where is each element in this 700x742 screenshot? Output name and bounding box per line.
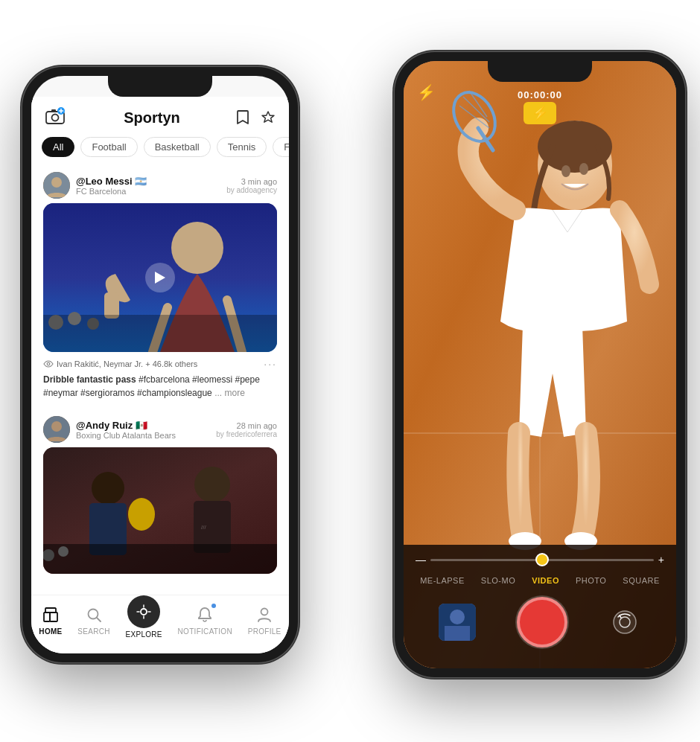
svg-text:///: ///: [201, 524, 206, 531]
username-messi: @Leo Messi 🇦🇷: [76, 176, 147, 187]
camera-bottom-controls: — + ME-LAPSE SLO-MO VIDEO PHOTO SQUARE: [404, 545, 676, 668]
bolt-badge-icon: ⚡: [532, 105, 548, 121]
svg-point-7: [51, 177, 62, 188]
center-badge: ⚡: [524, 102, 556, 124]
svg-point-9: [171, 222, 223, 274]
shutter-button[interactable]: [517, 597, 567, 647]
explore-icon-wrap: [127, 595, 160, 628]
camera-add-icon: [45, 107, 66, 125]
phone-left-screen: Sportyn All Football Basketball: [31, 76, 289, 653]
bookmark-icon[interactable]: [235, 109, 250, 126]
svg-rect-2: [51, 109, 56, 112]
svg-point-19: [92, 472, 124, 505]
post-messi: @Leo Messi 🇦🇷 FC Barcelona 3 min ago by …: [31, 164, 289, 404]
svg-point-33: [141, 609, 147, 615]
mode-photo[interactable]: PHOTO: [576, 576, 606, 585]
svg-rect-28: [44, 613, 50, 621]
more-options-messi[interactable]: ···: [264, 358, 277, 370]
home-icon-wrap: [40, 604, 61, 625]
svg-point-44: [561, 165, 570, 177]
tab-football[interactable]: Football: [80, 137, 137, 157]
camera-content: ⚡ 00:00:00 ⚡ — +: [404, 61, 676, 668]
nav-home[interactable]: HOME: [39, 604, 62, 636]
svg-point-15: [47, 362, 50, 365]
post-image-andy[interactable]: ///: [43, 447, 277, 574]
nav-label-home: HOME: [39, 627, 62, 636]
search-icon: [86, 607, 101, 622]
post-by-andy: by fredericoferrera: [216, 430, 277, 438]
post-meta-andy: 28 min ago by fredericoferrera: [216, 421, 277, 438]
post-time-messi: 3 min ago: [226, 177, 277, 186]
flip-camera-icon-wrap[interactable]: [608, 606, 641, 639]
svg-rect-55: [445, 626, 470, 641]
svg-point-21: [128, 498, 155, 531]
svg-rect-30: [45, 608, 56, 613]
bottom-nav: HOME SEARCH: [31, 595, 289, 653]
tab-basketball[interactable]: Basketball: [144, 137, 211, 157]
tab-tennis[interactable]: Tennis: [217, 137, 267, 157]
play-icon: [154, 271, 166, 284]
thumbnail-image: [439, 604, 476, 641]
nav-profile[interactable]: PROFILE: [248, 604, 281, 636]
post-user-messi: @Leo Messi 🇦🇷 FC Barcelona: [43, 172, 147, 199]
svg-point-27: [58, 546, 69, 557]
svg-point-1: [52, 115, 59, 121]
svg-point-22: [194, 467, 230, 502]
post-image-messi[interactable]: [43, 203, 277, 352]
profile-icon: [257, 607, 272, 623]
notification-icon: [197, 607, 212, 623]
club-andy: Boxing Club Atalanta Bears: [76, 431, 176, 440]
tab-all[interactable]: All: [42, 137, 74, 157]
svg-point-54: [450, 610, 465, 624]
nav-explore[interactable]: EXPLORE: [125, 601, 162, 639]
camera-controls-row: [404, 594, 676, 647]
svg-line-32: [97, 618, 101, 621]
category-tabs: All Football Basketball Tennis F1 A: [31, 134, 289, 164]
nav-label-search: SEARCH: [77, 627, 109, 636]
username-andy: @Andy Ruiz 🇲🇽: [76, 420, 176, 431]
mode-video[interactable]: VIDEO: [532, 576, 559, 585]
post-caption-messi: Dribble fantastic pass #fcbarcelona #leo…: [43, 373, 277, 400]
slider-minus: —: [416, 554, 426, 566]
nav-label-notification: NOTIFICATION: [178, 627, 232, 636]
svg-point-12: [48, 315, 63, 330]
mode-timelapse[interactable]: ME-LAPSE: [420, 576, 465, 585]
avatar-messi: [43, 172, 70, 199]
profile-icon-wrap: [254, 604, 275, 625]
camera-add-icon-wrap[interactable]: [45, 107, 69, 128]
svg-point-17: [51, 421, 62, 432]
home-icon: [42, 607, 59, 623]
slider-thumb[interactable]: [535, 553, 549, 566]
play-button-messi[interactable]: [145, 263, 175, 292]
svg-point-13: [68, 312, 81, 325]
notch-right: [488, 61, 592, 82]
nav-search[interactable]: SEARCH: [77, 604, 109, 636]
slider-track[interactable]: [430, 559, 654, 561]
post-stats-messi: Ivan Rakitić, Neymar Jr. + 46.8k others …: [43, 358, 277, 370]
phone-right-screen: ⚡ 00:00:00 ⚡ — +: [404, 61, 676, 668]
boxing-image-graphic: ///: [43, 447, 277, 574]
notch-left: [108, 76, 212, 97]
phones-container: Sportyn All Football Basketball: [0, 0, 700, 742]
mode-square[interactable]: SQUARE: [623, 576, 659, 585]
eye-icon: [43, 360, 54, 368]
camera-modes: ME-LAPSE SLO-MO VIDEO PHOTO SQUARE: [404, 573, 676, 594]
feed: @Leo Messi 🇦🇷 FC Barcelona 3 min ago by …: [31, 164, 289, 595]
nav-label-profile: PROFILE: [248, 627, 281, 636]
svg-point-14: [87, 318, 99, 330]
avatar-andy: [43, 416, 70, 443]
mode-slomo[interactable]: SLO-MO: [481, 576, 515, 585]
svg-point-43: [538, 121, 612, 173]
search-icon-wrap: [83, 604, 104, 625]
post-by-messi: by addoagency: [226, 186, 277, 194]
nav-notification[interactable]: NOTIFICATION: [178, 604, 232, 636]
star-icon[interactable]: [261, 110, 276, 125]
camera-thumbnail[interactable]: [439, 604, 476, 641]
nav-label-explore: EXPLORE: [125, 630, 162, 639]
app-content: Sportyn All Football Basketball: [31, 97, 289, 653]
svg-point-38: [261, 609, 268, 615]
user-info-andy: @Andy Ruiz 🇲🇽 Boxing Club Atalanta Bears: [76, 420, 176, 440]
tab-f1[interactable]: F1: [273, 137, 289, 157]
camera-slider-row: — +: [404, 551, 676, 573]
post-time-andy: 28 min ago: [216, 421, 277, 430]
